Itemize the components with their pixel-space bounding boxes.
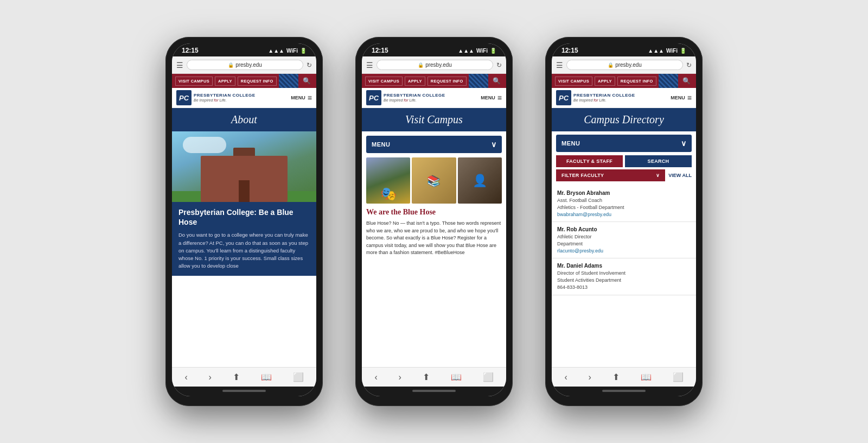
college-name-1: PRESBYTERIAN COLLEGE xyxy=(194,93,256,98)
mascot-photo: 🎭 xyxy=(366,157,410,204)
menu-btn-3[interactable]: MENU ≡ xyxy=(671,93,692,102)
dir-menu-dropdown[interactable]: MENU ∨ xyxy=(556,135,692,152)
pc-logo-mark-1: PC xyxy=(176,90,192,105)
forward-icon-3[interactable]: › xyxy=(589,372,591,382)
share-icon-1[interactable]: ⬆ xyxy=(233,372,240,382)
tabs-icon-1[interactable]: ⬜ xyxy=(293,372,304,382)
lock-icon-3: 🔒 xyxy=(608,62,614,68)
back-icon-2[interactable]: ‹ xyxy=(374,372,377,382)
visit-photo-grid: 🎭 📚 👤 xyxy=(366,157,502,204)
home-indicator-1 xyxy=(172,387,316,396)
browser-url-1[interactable]: 🔒 presby.edu xyxy=(187,60,303,70)
lock-icon-2: 🔒 xyxy=(418,62,424,68)
reload-icon-3[interactable]: ↻ xyxy=(686,61,692,69)
building xyxy=(201,156,288,202)
wifi-icon-2: WiFi xyxy=(476,48,488,54)
page-header-about: About xyxy=(172,108,316,131)
share-icon-3[interactable]: ⬆ xyxy=(612,372,620,382)
pc-logo-text-1: PRESBYTERIAN COLLEGE Be Inspired for Lif… xyxy=(194,93,256,102)
browser-menu-icon-3[interactable]: ☰ xyxy=(556,61,563,69)
tagline-1: Be Inspired for Life. xyxy=(194,98,256,102)
portrait-photo: 👤 xyxy=(458,157,502,204)
visit-campus-btn-2[interactable]: VISIT CAMPUS xyxy=(365,77,403,86)
url-text-3: presby.edu xyxy=(615,62,642,68)
menu-btn-1[interactable]: MENU ≡ xyxy=(291,93,312,102)
wifi-icon-3: WiFi xyxy=(666,48,678,54)
pc-logo-2[interactable]: PC PRESBYTERIAN COLLEGE Be Inspired for … xyxy=(366,90,445,105)
dir-entry-0: Mr. Bryson Abraham Asst. Football Coach … xyxy=(552,186,696,222)
dir-dept-1: Department xyxy=(557,241,691,248)
dir-name-2: Mr. Daniel Adams xyxy=(557,263,691,269)
browser-bar-2: ☰ 🔒 presby.edu ↻ xyxy=(362,56,506,74)
forward-icon-1[interactable]: › xyxy=(209,372,212,382)
browser-bar-1: ☰ 🔒 presby.edu ↻ xyxy=(172,56,316,74)
request-info-btn-2[interactable]: REQUEST INFO xyxy=(427,77,467,86)
back-icon-1[interactable]: ‹ xyxy=(184,372,187,382)
browser-url-3[interactable]: 🔒 presby.edu xyxy=(566,60,683,70)
filter-label: FILTER FACULTY xyxy=(561,173,604,178)
search-icon-2[interactable]: 🔍 xyxy=(490,77,503,85)
dir-phone-2: 864-833-8013 xyxy=(557,284,691,291)
status-bar-2: 12:15 ▲▲▲ WiFi 🔋 xyxy=(362,43,506,56)
pc-logo-mark-2: PC xyxy=(366,90,381,105)
top-nav-2: VISIT CAMPUS APPLY REQUEST INFO 🔍 xyxy=(362,74,506,88)
back-icon-3[interactable]: ‹ xyxy=(564,372,567,382)
dir-email-0[interactable]: bwabraham@presby.edu xyxy=(557,212,691,217)
browser-bottom-3: ‹ › ⬆ 📖 ⬜ xyxy=(552,367,696,387)
visit-campus-btn-3[interactable]: VISIT CAMPUS xyxy=(555,77,592,86)
home-bar-3 xyxy=(602,390,646,392)
browser-menu-icon-2[interactable]: ☰ xyxy=(366,61,373,69)
visit-campus-btn-1[interactable]: VISIT CAMPUS xyxy=(175,77,213,86)
request-info-btn-3[interactable]: REQUEST INFO xyxy=(617,77,656,86)
dir-email-1[interactable]: rlacunto@presby.edu xyxy=(557,248,691,254)
reload-icon[interactable]: ↻ xyxy=(307,61,312,69)
browser-bottom-1: ‹ › ⬆ 📖 ⬜ xyxy=(172,367,316,387)
visit-menu-dropdown[interactable]: MENU ∨ xyxy=(366,136,502,153)
apply-btn-2[interactable]: APPLY xyxy=(405,77,425,86)
pc-logo-1[interactable]: PC PRESBYTERIAN COLLEGE Be Inspired for … xyxy=(176,90,256,105)
chevron-down-icon-dir: ∨ xyxy=(681,139,687,148)
share-icon-2[interactable]: ⬆ xyxy=(423,372,430,382)
top-nav-3: VISIT CAMPUS APPLY REQUEST INFO 🔍 xyxy=(552,74,696,88)
browser-url-2[interactable]: 🔒 presby.edu xyxy=(376,60,493,70)
request-info-btn-1[interactable]: REQUEST INFO xyxy=(238,77,277,86)
page-header-visit: Visit Campus xyxy=(362,108,506,131)
reload-icon-2[interactable]: ↻ xyxy=(496,61,502,69)
search-btn[interactable]: SEARCH xyxy=(625,155,692,167)
bookmarks-icon-2[interactable]: 📖 xyxy=(451,372,462,382)
tabs-icon-3[interactable]: ⬜ xyxy=(673,372,684,382)
dir-title-2: Director of Student Involvement xyxy=(557,270,691,277)
search-icon-1[interactable]: 🔍 xyxy=(301,77,313,85)
pc-logo-3[interactable]: PC PRESBYTERIAN COLLEGE Be Inspired for … xyxy=(556,90,635,105)
view-all-link[interactable]: VIEW ALL xyxy=(668,173,692,178)
plaid-decoration-1 xyxy=(279,74,298,88)
bookmarks-icon-1[interactable]: 📖 xyxy=(261,372,272,382)
faculty-staff-btn[interactable]: FACULTY & STAFF xyxy=(556,155,623,167)
home-indicator-2 xyxy=(362,387,506,396)
signal-icon: ▲▲▲ xyxy=(268,48,284,54)
phone-visit: 12:15 ▲▲▲ WiFi 🔋 ☰ 🔒 presby.edu ↻ VISIT … xyxy=(355,37,513,406)
dir-name-0: Mr. Bryson Abraham xyxy=(557,190,691,196)
visit-red-heading: We are the Blue Hose xyxy=(362,208,506,220)
browser-menu-icon[interactable]: ☰ xyxy=(176,61,183,69)
about-body-text: Do you want to go to a college where you… xyxy=(178,231,310,270)
menu-btn-2[interactable]: MENU ≡ xyxy=(481,93,502,102)
battery-icon-2: 🔋 xyxy=(490,48,496,54)
visit-body-text: Blue Hose? No — that isn't a typo. Those… xyxy=(362,220,506,257)
campus-image xyxy=(172,131,316,202)
plaid-decoration-2 xyxy=(469,74,488,88)
bookmarks-icon-3[interactable]: 📖 xyxy=(641,372,652,382)
apply-btn-3[interactable]: APPLY xyxy=(595,77,615,86)
college-name-3: PRESBYTERIAN COLLEGE xyxy=(573,93,635,98)
apply-btn-1[interactable]: APPLY xyxy=(215,77,235,86)
dropdown-label: MENU xyxy=(372,141,390,148)
filter-faculty-btn[interactable]: FILTER FACULTY ∨ xyxy=(556,169,665,181)
site-content-directory: VISIT CAMPUS APPLY REQUEST INFO 🔍 PC PRE… xyxy=(552,74,696,367)
dir-name-1: Mr. Rob Acunto xyxy=(557,226,691,232)
url-text-1: presby.edu xyxy=(235,62,262,68)
search-icon-3[interactable]: 🔍 xyxy=(680,77,693,85)
tagline-2: Be Inspired for Life. xyxy=(384,98,445,102)
forward-icon-2[interactable]: › xyxy=(399,372,401,382)
tabs-icon-2[interactable]: ⬜ xyxy=(483,372,494,382)
pc-logo-mark-3: PC xyxy=(556,90,571,105)
